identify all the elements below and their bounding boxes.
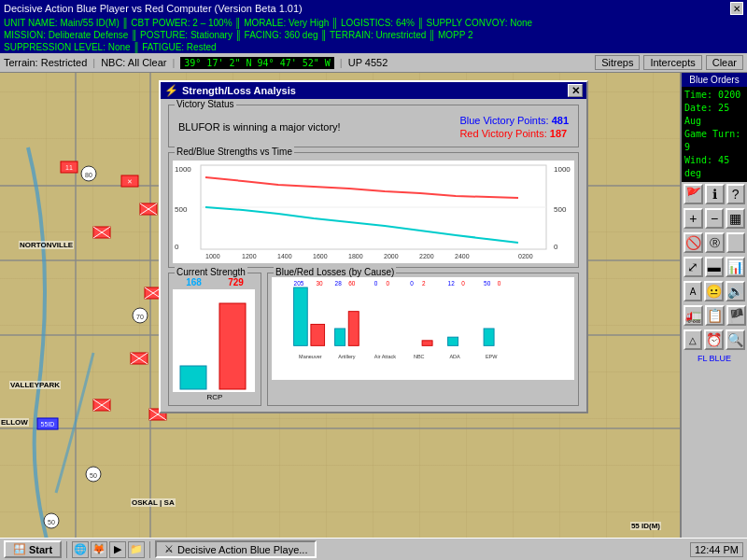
svg-rect-76 (484, 329, 494, 345)
up-label: UP 4552 (348, 57, 388, 68)
svg-text:1800: 1800 (348, 253, 363, 259)
dialog-body: Victory Status BLUFOR is winning a major… (161, 99, 586, 412)
title-bar: Decisive Action Blue Player vs Red Compu… (0, 0, 747, 17)
svg-text:2400: 2400 (455, 253, 470, 259)
ie-icon[interactable]: 🌐 (72, 541, 89, 558)
svg-text:Artillery: Artillery (338, 354, 356, 359)
strength-section-label: Current Strength (175, 267, 247, 277)
svg-rect-52 (290, 277, 556, 380)
strength-bar-chart (173, 289, 255, 392)
svg-rect-61 (348, 312, 359, 346)
dialog-titlebar: ⚡ Strength/Loss Analysis ✕ (161, 82, 586, 99)
nbc-label: NBC: All Clear (101, 57, 166, 68)
rp-button-doc[interactable]: 📋 (705, 305, 725, 326)
chart-section: Red/Blue Strengths vs Time 0 500 1000 0 … (168, 152, 579, 268)
strength-header: 168 729 (173, 277, 257, 287)
dialog-icon: ⚡ (164, 84, 178, 97)
browser-icon[interactable]: 🦊 (91, 541, 107, 558)
red-strength-val: 729 (228, 277, 244, 287)
status-bar-3: SUPPRESSION LEVEL: None ║ FATIGUE: Reste… (0, 41, 747, 53)
svg-text:2200: 2200 (419, 253, 434, 259)
victory-status-section: Victory Status BLUFOR is winning a major… (168, 105, 579, 147)
rp-button-bar[interactable]: ▬ (705, 257, 725, 277)
svg-text:1600: 1600 (313, 253, 328, 259)
rp-button-grid[interactable]: ▦ (726, 208, 745, 229)
rp-button-minus[interactable]: − (705, 208, 725, 229)
svg-text:0200: 0200 (518, 253, 533, 259)
rp-button-question[interactable]: ? (726, 184, 746, 204)
rp-button-plus[interactable]: + (684, 208, 703, 229)
rp-button-flag2[interactable]: 🏴 (726, 305, 746, 326)
svg-text:Maneuver: Maneuver (299, 354, 322, 359)
toolbar: Terrain: Restricted | NBC: All Clear | 3… (0, 53, 747, 73)
svg-text:2: 2 (422, 280, 426, 287)
rp-button-empty[interactable] (726, 232, 746, 253)
svg-text:2000: 2000 (384, 253, 399, 259)
svg-text:0: 0 (461, 280, 465, 287)
victory-points: Blue Victory Points: 481 Red Victory Poi… (459, 115, 569, 139)
status-bar-2: MISSION: Deliberate Defense ║ POSTURE: S… (0, 29, 747, 41)
svg-text:0: 0 (374, 280, 378, 287)
strength-chart-svg: 0 500 1000 0 500 1000 1000 1200 1400 160 (173, 161, 574, 263)
svg-text:60: 60 (348, 280, 356, 287)
app-taskbar-button[interactable]: ⚔ Decisive Action Blue Playe... (155, 540, 317, 558)
rp-button-face[interactable]: 😐 (704, 281, 724, 301)
rp-btn-row-6: 🚛 📋 🏴 (682, 303, 747, 328)
svg-rect-72 (448, 337, 458, 345)
svg-text:1000: 1000 (175, 165, 191, 174)
blue-strength-val: 168 (186, 277, 202, 287)
map-area[interactable]: NORTONVILLE VALLEYPARK ELLOW 80 70 50 50… (0, 73, 680, 558)
right-panel-info: Time: 0200 Date: 25 Aug Game Turn: 9 Win… (682, 87, 747, 182)
rp-button-arrows[interactable]: ⤢ (684, 257, 703, 277)
road-v-2 (149, 73, 151, 558)
rp-button-a1[interactable]: A (684, 281, 702, 301)
terrain-label: Terrain: Restricted (4, 57, 87, 68)
svg-text:NBC: NBC (414, 354, 425, 359)
chart-section-label: Red/Blue Strengths vs Time (175, 147, 294, 157)
rp-button-r[interactable]: Ⓡ (705, 232, 725, 253)
svg-text:500: 500 (175, 205, 188, 214)
losses-section-label: Blue/Red Losses (by Cause) (274, 267, 396, 277)
rp-button-info[interactable]: ℹ (705, 184, 725, 204)
rp-button-chart[interactable]: 📊 (726, 257, 745, 277)
rp-button-flag[interactable]: 🚩 (684, 184, 703, 204)
losses-section: Blue/Red Losses (by Cause) 205 30 Maneuv… (267, 273, 579, 406)
svg-text:1200: 1200 (242, 253, 257, 259)
svg-text:EPW: EPW (486, 354, 498, 359)
svg-text:0: 0 (498, 280, 501, 287)
taskbar-clock: 12:44 PM (690, 542, 743, 557)
rp-button-clock[interactable]: ⏰ (704, 329, 724, 350)
time-display: Time: 0200 (684, 89, 744, 102)
right-panel-title: Blue Orders (682, 73, 747, 87)
svg-text:0: 0 (387, 280, 390, 287)
coordinates-display: 39° 17' 2" N 94° 47' 52" W (180, 57, 334, 69)
svg-rect-60 (335, 329, 345, 345)
wind-display: Wind: 45 deg (684, 154, 744, 180)
victory-status-content: BLUFOR is winning a major victory! Blue … (176, 111, 571, 143)
dialog-close-button[interactable]: ✕ (568, 84, 583, 97)
svg-rect-51 (219, 303, 246, 389)
windows-icon: 🪟 (13, 543, 26, 555)
start-button[interactable]: 🪟 Start (4, 540, 62, 558)
close-window-button[interactable]: ✕ (730, 2, 743, 15)
svg-text:500: 500 (554, 205, 567, 214)
svg-text:1000: 1000 (554, 165, 571, 174)
map-label-ellow: ELLOW (0, 418, 29, 427)
folder-icon[interactable]: 📁 (128, 541, 145, 558)
intercepts-button[interactable]: Intercepts (643, 55, 701, 70)
clear-button[interactable]: Clear (706, 55, 743, 70)
window-title: Decisive Action Blue Player vs Red Compu… (4, 3, 303, 14)
svg-text:ADA: ADA (449, 354, 460, 359)
app-icon: ⚔ (164, 543, 174, 555)
sitreps-button[interactable]: Sitreps (595, 55, 640, 70)
current-strength-section: Current Strength 168 729 (168, 273, 261, 406)
losses-bar-chart: 205 30 Maneuver 28 60 Artillery (272, 277, 574, 380)
rp-button-zoom[interactable]: 🔍 (726, 329, 745, 350)
strength-bar-labels: RCP (173, 393, 257, 401)
media-icon[interactable]: ▶ (109, 541, 126, 558)
rp-button-truck[interactable]: 🚛 (684, 305, 703, 326)
rp-btn-row-1: 🚩 ℹ ? (682, 182, 747, 206)
rp-button-speaker[interactable]: 🔊 (726, 281, 745, 301)
rp-button-stop[interactable]: 🚫 (684, 232, 703, 253)
rp-button-a2[interactable]: △ (684, 329, 702, 350)
